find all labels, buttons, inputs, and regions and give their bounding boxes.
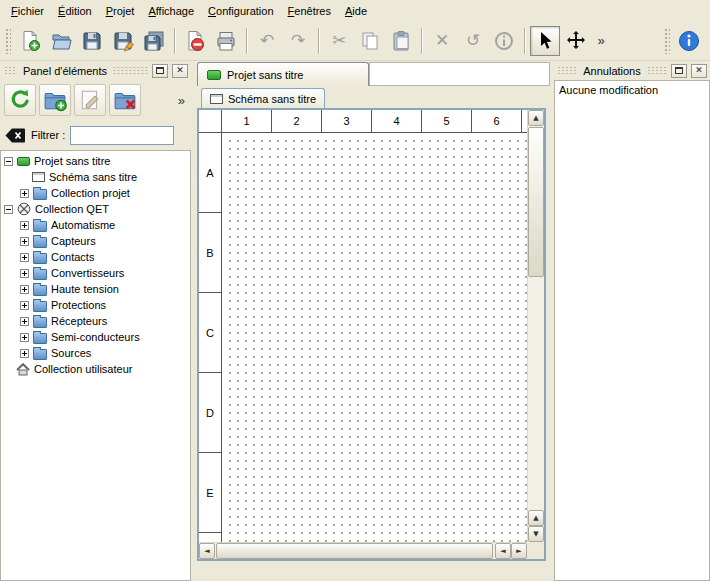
collapse-expander-icon[interactable]: [4, 205, 13, 214]
object-info-button[interactable]: [489, 26, 519, 56]
schema-tab[interactable]: Schéma sans titre: [201, 88, 325, 109]
schema-view: 1 2 3 4 5 6 A B C D E ▲ ▲ ▼ ◄: [197, 108, 546, 561]
folder-icon: [33, 285, 47, 296]
vertical-scrollbar-thumb[interactable]: [528, 127, 544, 277]
dock-grip[interactable]: [557, 66, 577, 75]
tree-item-schema-sans-titre[interactable]: Schéma sans titre: [1, 169, 190, 185]
tree-item-capteurs[interactable]: Capteurs: [1, 233, 190, 249]
undo-history-item[interactable]: Aucune modification: [555, 81, 709, 99]
project-workspace: Projet sans titre Schéma sans titre 1 2 …: [193, 61, 552, 581]
expand-expander-icon[interactable]: [20, 189, 29, 198]
toolbar-overflow-button[interactable]: »: [592, 26, 610, 56]
reload-collections-button[interactable]: [4, 84, 36, 116]
expand-expander-icon[interactable]: [20, 285, 29, 294]
scroll-up-button[interactable]: ▲: [528, 510, 544, 526]
expand-expander-icon[interactable]: [20, 237, 29, 246]
tree-item-convertisseurs[interactable]: Convertisseurs: [1, 265, 190, 281]
clear-filter-icon[interactable]: [5, 128, 26, 143]
about-icon: [678, 30, 700, 52]
paste-button[interactable]: [386, 26, 416, 56]
menu-fenetres[interactable]: Fenêtres: [281, 2, 338, 20]
save-all-icon: [143, 30, 165, 52]
dock-grip[interactable]: [647, 66, 667, 75]
scroll-down-button[interactable]: ▼: [528, 526, 544, 542]
tree-item-protections[interactable]: Protections: [1, 297, 190, 313]
new-collection-button[interactable]: [39, 84, 71, 116]
new-document-button[interactable]: [15, 26, 45, 56]
open-file-button[interactable]: [46, 26, 76, 56]
undo-button[interactable]: ↶: [252, 26, 282, 56]
tree-item-recepteurs[interactable]: Récepteurs: [1, 313, 190, 329]
collapse-expander-icon[interactable]: [4, 157, 13, 166]
panel-toolbar-overflow-button[interactable]: »: [176, 93, 187, 108]
tree-item-semi-conducteurs[interactable]: Semi-conducteurs: [1, 329, 190, 345]
float-panel-button[interactable]: [152, 64, 168, 78]
horizontal-scrollbar[interactable]: ◄ ◄ ►: [199, 542, 527, 559]
tree-item-collection-projet[interactable]: Collection projet: [1, 185, 190, 201]
scroll-right-button[interactable]: ►: [511, 543, 527, 559]
float-panel-button[interactable]: [671, 64, 687, 78]
save-as-button[interactable]: [108, 26, 138, 56]
horizontal-scrollbar-thumb[interactable]: [216, 543, 493, 559]
delete-collection-button[interactable]: [109, 84, 141, 116]
tree-item-haute-tension[interactable]: Haute tension: [1, 281, 190, 297]
expand-expander-icon[interactable]: [20, 349, 29, 358]
menu-fichier[interactable]: Fichier: [4, 2, 51, 20]
copy-button[interactable]: [355, 26, 385, 56]
tree-item-sources[interactable]: Sources: [1, 345, 190, 361]
tree-item-contacts[interactable]: Contacts: [1, 249, 190, 265]
vertical-scrollbar[interactable]: ▲ ▲ ▼: [527, 110, 544, 542]
project-tab[interactable]: Projet sans titre: [197, 62, 369, 86]
ruler-column-label: 3: [322, 110, 372, 132]
menu-aide[interactable]: Aide: [338, 2, 374, 20]
menu-projet[interactable]: Projet: [99, 2, 142, 20]
save-all-button[interactable]: [139, 26, 169, 56]
scroll-left-button[interactable]: ◄: [199, 543, 215, 559]
tree-item-label: Sources: [51, 347, 91, 359]
folder-icon: [33, 301, 47, 312]
menu-affichage[interactable]: Affichage: [141, 2, 201, 20]
expand-expander-icon[interactable]: [20, 301, 29, 310]
edit-element-button[interactable]: [74, 84, 106, 116]
expand-expander-icon[interactable]: [20, 253, 29, 262]
tree-item-collection-qet[interactable]: Collection QET: [1, 201, 190, 217]
cut-button[interactable]: ✂: [324, 26, 354, 56]
about-button[interactable]: [674, 26, 704, 56]
close-panel-button[interactable]: ✕: [172, 64, 188, 78]
expand-expander-icon[interactable]: [20, 269, 29, 278]
print-button[interactable]: [211, 26, 241, 56]
qet-collection-icon: [17, 202, 31, 216]
close-panel-button[interactable]: ✕: [691, 64, 707, 78]
menu-configuration[interactable]: Configuration: [201, 2, 280, 20]
toolbar-separator: [421, 28, 422, 54]
tree-item-label: Projet sans titre: [34, 155, 110, 167]
ruler-column-label: 5: [422, 110, 472, 132]
menu-edition[interactable]: Édition: [51, 2, 99, 20]
tree-item-projet-sans-titre[interactable]: Projet sans titre: [1, 153, 190, 169]
rotate-button[interactable]: ↺: [458, 26, 488, 56]
expand-expander-icon[interactable]: [20, 317, 29, 326]
expand-expander-icon[interactable]: [20, 333, 29, 342]
tree-item-label: Collection projet: [51, 187, 130, 199]
pan-mode-button[interactable]: [561, 26, 591, 56]
close-file-button[interactable]: [180, 26, 210, 56]
dock-grip[interactable]: [3, 66, 17, 75]
tab-bar-filler: [369, 62, 550, 86]
save-button[interactable]: [77, 26, 107, 56]
tree-item-collection-utilisateur[interactable]: Collection utilisateur: [1, 361, 190, 377]
redo-button[interactable]: ↷: [283, 26, 313, 56]
expand-expander-icon[interactable]: [20, 221, 29, 230]
tree-item-automatisme[interactable]: Automatisme: [1, 217, 190, 233]
row-ruler: A B C D E: [199, 133, 222, 542]
toolbar-handle[interactable]: [5, 28, 11, 54]
delete-button[interactable]: ✕: [427, 26, 457, 56]
schema-canvas[interactable]: [223, 134, 527, 542]
dock-grip[interactable]: [113, 66, 148, 75]
ruler-row-label: C: [199, 293, 221, 373]
ruler-column-label: 1: [222, 110, 272, 132]
scroll-left-button[interactable]: ◄: [495, 543, 511, 559]
scroll-up-button[interactable]: ▲: [528, 110, 544, 126]
filter-input[interactable]: [70, 126, 174, 145]
select-mode-button[interactable]: [530, 26, 560, 56]
toolbar-handle[interactable]: [664, 28, 670, 54]
